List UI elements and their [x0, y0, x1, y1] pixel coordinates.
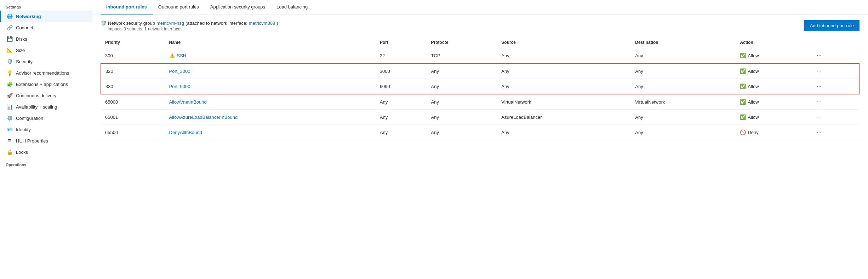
- deny-icon: 🚫: [740, 129, 746, 135]
- col-action: Action: [736, 37, 810, 48]
- cell-port: Any: [376, 94, 427, 110]
- cell-protocol: Any: [427, 110, 497, 125]
- security-icon: 🛡️: [7, 59, 12, 64]
- sidebar-item-connect[interactable]: 🔗 Connect: [0, 22, 92, 33]
- sidebar-item-disks-label: Disks: [16, 36, 27, 42]
- cell-action: ✅Allow: [736, 79, 810, 94]
- nsg-subtitle: Impacts 0 subnets, 1 network interfaces: [101, 27, 278, 31]
- sidebar: Settings 🌐 Networking 🔗 Connect 💾 Disks …: [0, 0, 92, 279]
- table-row: 65000AllowVnetInBoundAnyAnyVirtualNetwor…: [101, 94, 859, 110]
- cell-source: AzureLoadBalancer: [497, 110, 631, 125]
- sidebar-item-availability[interactable]: 📊 Availability + scaling: [0, 101, 92, 112]
- add-inbound-port-rule-button[interactable]: Add inbound port rule: [804, 20, 860, 31]
- more-actions-button[interactable]: ···: [815, 52, 823, 59]
- more-actions-button[interactable]: ···: [815, 113, 823, 121]
- action-label: Allow: [748, 69, 759, 74]
- cell-name: AllowAzureLoadBalancerInBound: [165, 110, 376, 125]
- col-protocol: Protocol: [427, 37, 497, 48]
- more-actions-button[interactable]: ···: [815, 67, 823, 75]
- col-more: [810, 37, 859, 48]
- more-actions-button[interactable]: ···: [815, 82, 823, 90]
- table-body: 300⚠️SSH22TCPAnyAny✅Allow···320Port_3000…: [101, 48, 859, 140]
- table-row: 65500DenyAllInBoundAnyAnyAnyAny🚫Deny···: [101, 125, 859, 140]
- rule-name-link[interactable]: AllowVnetInBound: [169, 99, 207, 105]
- cell-protocol: Any: [427, 94, 497, 110]
- more-actions-button[interactable]: ···: [815, 128, 823, 136]
- allow-icon: ✅: [740, 68, 746, 74]
- cell-priority: 65500: [101, 125, 165, 140]
- tab-lb[interactable]: Load balancing: [271, 0, 313, 14]
- cell-priority: 65000: [101, 94, 165, 110]
- cell-name: Port_9090: [165, 79, 376, 94]
- cell-source: Any: [497, 79, 631, 94]
- cell-port: Any: [376, 125, 427, 140]
- cell-source: Any: [497, 63, 631, 79]
- sidebar-item-security[interactable]: 🛡️ Security: [0, 56, 92, 67]
- cell-more-actions: ···: [810, 63, 859, 79]
- rule-name-link[interactable]: Port_3000: [169, 69, 190, 74]
- action-label: Allow: [748, 99, 759, 105]
- tab-outbound[interactable]: Outbound port rules: [153, 0, 205, 14]
- table-row: 330Port_90909090AnyAnyAny✅Allow···: [101, 79, 859, 94]
- cell-priority: 320: [101, 63, 165, 79]
- tab-inbound[interactable]: Inbound port rules: [101, 0, 153, 14]
- sidebar-item-identity-label: Identity: [16, 127, 31, 132]
- sidebar-item-properties[interactable]: ≡ HUH Properties: [0, 135, 92, 146]
- cell-priority: 65001: [101, 110, 165, 125]
- continuous-delivery-icon: 🚀: [7, 93, 12, 98]
- sidebar-item-configuration-label: Configuration: [16, 116, 43, 121]
- nsg-info-text: 🛡️ Network security group metricvm-nsg (…: [101, 20, 278, 31]
- rule-name-link[interactable]: Port_9090: [169, 84, 190, 89]
- nsg-info-bar: 🛡️ Network security group metricvm-nsg (…: [101, 20, 860, 31]
- cell-priority: 330: [101, 79, 165, 94]
- action-label: Allow: [748, 115, 759, 120]
- sidebar-item-advisor-label: Advisor recommendations: [16, 70, 69, 76]
- allow-icon: ✅: [740, 99, 746, 105]
- cell-more-actions: ···: [810, 125, 859, 140]
- sidebar-item-configuration[interactable]: ⚙️ Configuration: [0, 112, 92, 124]
- size-icon: 📐: [7, 47, 12, 53]
- nic-name-link[interactable]: metricvm808: [249, 21, 275, 26]
- col-name: Name: [165, 37, 376, 48]
- col-source: Source: [497, 37, 631, 48]
- more-actions-button[interactable]: ···: [815, 98, 823, 106]
- cell-protocol: Any: [427, 79, 497, 94]
- sidebar-item-continuous-delivery[interactable]: 🚀 Continuous delivery: [0, 90, 92, 101]
- rule-name-link[interactable]: AllowAzureLoadBalancerInBound: [169, 115, 238, 120]
- sidebar-item-disks[interactable]: 💾 Disks: [0, 33, 92, 45]
- sidebar-item-locks[interactable]: 🔒 Locks: [0, 146, 92, 158]
- col-priority: Priority: [101, 37, 165, 48]
- cell-destination: Any: [631, 79, 736, 94]
- networking-icon: 🌐: [7, 13, 12, 19]
- identity-icon: 🪪: [7, 127, 12, 132]
- cell-protocol: TCP: [427, 48, 497, 64]
- advisor-icon: 💡: [7, 70, 12, 76]
- cell-source: VirtualNetwork: [497, 94, 631, 110]
- cell-destination: VirtualNetwork: [631, 94, 736, 110]
- sidebar-item-connect-label: Connect: [16, 25, 33, 30]
- nsg-info-line: 🛡️ Network security group metricvm-nsg (…: [101, 20, 278, 26]
- sidebar-item-size[interactable]: 📐 Size: [0, 45, 92, 56]
- cell-port: 3000: [376, 63, 427, 79]
- main-content: Inbound port rules Outbound port rules A…: [92, 0, 868, 279]
- tab-asg[interactable]: Application security groups: [205, 0, 271, 14]
- allow-icon: ✅: [740, 114, 746, 120]
- cell-action: ✅Allow: [736, 63, 810, 79]
- nsg-name-link[interactable]: metricvm-nsg: [156, 21, 184, 26]
- sidebar-item-networking[interactable]: 🌐 Networking: [0, 11, 92, 22]
- sidebar-item-networking-label: Networking: [16, 14, 41, 19]
- nsg-text-before: Network security group: [108, 21, 155, 26]
- cell-source: Any: [497, 125, 631, 140]
- col-port: Port: [376, 37, 427, 48]
- sidebar-item-extensions[interactable]: 🧩 Extensions + applications: [0, 79, 92, 90]
- action-label: Allow: [748, 53, 759, 58]
- nsg-text-middle: (attached to network interface:: [185, 21, 247, 26]
- rule-name-link[interactable]: DenyAllInBound: [169, 130, 202, 135]
- rule-name-link[interactable]: SSH: [177, 53, 187, 58]
- cell-name: DenyAllInBound: [165, 125, 376, 140]
- sidebar-item-advisor[interactable]: 💡 Advisor recommendations: [0, 67, 92, 79]
- sidebar-item-identity[interactable]: 🪪 Identity: [0, 124, 92, 135]
- connect-icon: 🔗: [7, 25, 12, 30]
- cell-action: ✅Allow: [736, 110, 810, 125]
- sidebar-item-extensions-label: Extensions + applications: [16, 82, 68, 87]
